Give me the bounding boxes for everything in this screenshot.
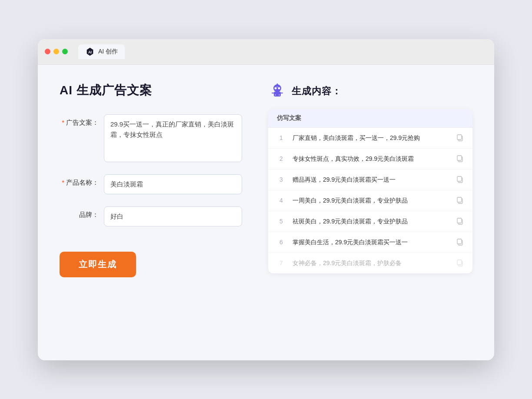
traffic-lights: [45, 49, 68, 54]
browser-window: AI AI 创作 AI 生成广告文案 *广告文案： 29.9买一送一，真正的厂家…: [38, 39, 494, 360]
table-row: 5 祛斑美白，29.9元美白淡斑霜，专业护肤品: [268, 211, 472, 232]
ad-copy-input[interactable]: 29.9买一送一，真正的厂家直销，美白淡斑霜，专抹女性斑点: [104, 114, 242, 162]
ai-tab[interactable]: AI AI 创作: [78, 44, 125, 59]
table-row: 7 女神必备，29.9元美白淡斑霜，护肤必备: [268, 253, 472, 273]
row-text: 一周美白，29.9元美白淡斑霜，专业护肤品: [293, 196, 449, 205]
svg-rect-26: [457, 260, 462, 265]
result-table-header: 仿写文案: [268, 109, 472, 128]
row-number: 6: [277, 239, 286, 246]
svg-point-8: [277, 83, 278, 85]
svg-rect-20: [457, 197, 462, 202]
copy-icon[interactable]: [456, 238, 464, 246]
table-row: 6 掌握美白生活，29.9元美白淡斑霜买一送一: [268, 232, 472, 253]
product-name-row: *产品名称：: [60, 174, 242, 194]
row-text: 赠品再送，29.9元美白淡斑霜买一送一: [293, 175, 449, 184]
row-text: 专抹女性斑点，真实功效，29.9元美白淡斑霜: [293, 154, 449, 163]
row-number: 2: [277, 155, 286, 162]
row-number: 5: [277, 218, 286, 225]
ad-copy-row: *广告文案： 29.9买一送一，真正的厂家直销，美白淡斑霜，专抹女性斑点: [60, 114, 242, 162]
minimize-button[interactable]: [53, 49, 59, 54]
copy-icon[interactable]: [456, 217, 464, 225]
svg-rect-3: [274, 92, 281, 96]
brand-label: 品牌：: [60, 206, 99, 219]
result-table: 仿写文案 1 厂家直销，美白淡斑霜，买一送一，29.9元抢购 2 专抹女性斑点，…: [268, 109, 472, 273]
row-number: 3: [277, 176, 286, 183]
product-name-input[interactable]: [104, 174, 242, 194]
close-button[interactable]: [45, 49, 50, 54]
robot-icon: [268, 82, 286, 100]
row-text: 掌握美白生活，29.9元美白淡斑霜买一送一: [293, 238, 449, 247]
svg-rect-9: [275, 94, 276, 96]
row-text: 女神必备，29.9元美白淡斑霜，护肤必备: [293, 259, 449, 268]
tab-label: AI 创作: [98, 48, 118, 56]
svg-rect-14: [457, 135, 462, 140]
generate-button[interactable]: 立即生成: [60, 252, 136, 277]
table-row: 1 厂家直销，美白淡斑霜，买一送一，29.9元抢购: [268, 128, 472, 149]
row-text: 厂家直销，美白淡斑霜，买一送一，29.9元抢购: [293, 133, 449, 143]
row-number: 1: [277, 134, 286, 141]
svg-point-4: [275, 87, 277, 89]
copy-icon[interactable]: [456, 259, 464, 267]
svg-text:AI: AI: [88, 50, 92, 54]
svg-rect-16: [457, 156, 462, 160]
page-title: AI 生成广告文案: [60, 82, 242, 99]
svg-rect-18: [457, 176, 462, 181]
left-panel: AI 生成广告文案 *广告文案： 29.9买一送一，真正的厂家直销，美白淡斑霜，…: [60, 82, 242, 343]
table-row: 2 专抹女性斑点，真实功效，29.9元美白淡斑霜: [268, 149, 472, 170]
main-content: AI 生成广告文案 *广告文案： 29.9买一送一，真正的厂家直销，美白淡斑霜，…: [38, 65, 494, 360]
svg-rect-10: [279, 94, 280, 96]
svg-point-5: [278, 87, 280, 89]
row-number: 7: [277, 259, 286, 266]
ad-copy-label: *广告文案：: [60, 114, 99, 127]
right-panel: 生成内容： 仿写文案 1 厂家直销，美白淡斑霜，买一送一，29.9元抢购 2 专…: [268, 82, 472, 343]
product-required: *: [62, 179, 64, 186]
copy-icon[interactable]: [456, 155, 464, 163]
row-number: 4: [277, 197, 286, 204]
copy-icon[interactable]: [456, 134, 464, 142]
ad-copy-required: *: [62, 119, 64, 126]
result-header: 生成内容：: [268, 82, 472, 100]
row-text: 祛斑美白，29.9元美白淡斑霜，专业护肤品: [293, 217, 449, 226]
brand-input[interactable]: [104, 206, 242, 226]
brand-row: 品牌：: [60, 206, 242, 226]
ai-tab-icon: AI: [85, 47, 95, 57]
product-name-label: *产品名称：: [60, 174, 99, 187]
svg-rect-24: [457, 239, 462, 244]
svg-rect-6: [276, 86, 278, 87]
copy-icon[interactable]: [456, 176, 464, 183]
table-row: 4 一周美白，29.9元美白淡斑霜，专业护肤品: [268, 190, 472, 211]
table-row: 3 赠品再送，29.9元美白淡斑霜买一送一: [268, 170, 472, 190]
svg-rect-22: [457, 218, 462, 223]
result-rows-container: 1 厂家直销，美白淡斑霜，买一送一，29.9元抢购 2 专抹女性斑点，真实功效，…: [268, 128, 472, 273]
titlebar: AI AI 创作: [38, 39, 494, 65]
copy-icon[interactable]: [456, 196, 464, 204]
maximize-button[interactable]: [62, 49, 68, 54]
result-title: 生成内容：: [292, 85, 342, 98]
